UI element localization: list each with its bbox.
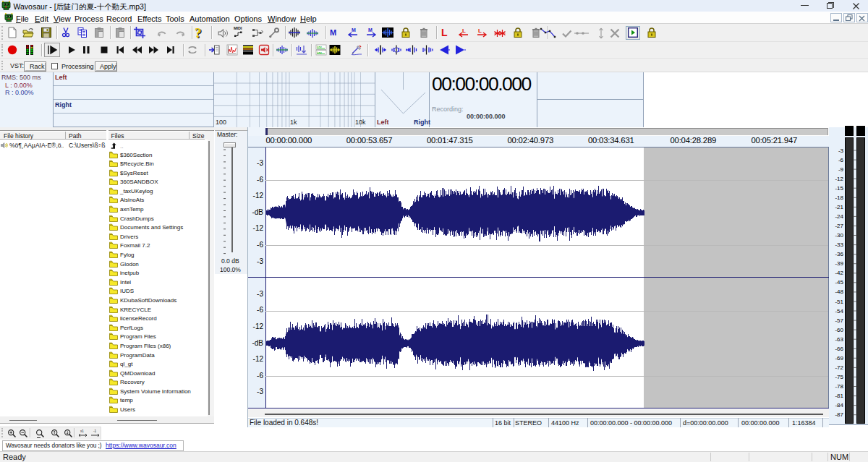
- svg-text:-1: -1: [93, 429, 96, 433]
- svg-text:x1: x1: [80, 429, 84, 433]
